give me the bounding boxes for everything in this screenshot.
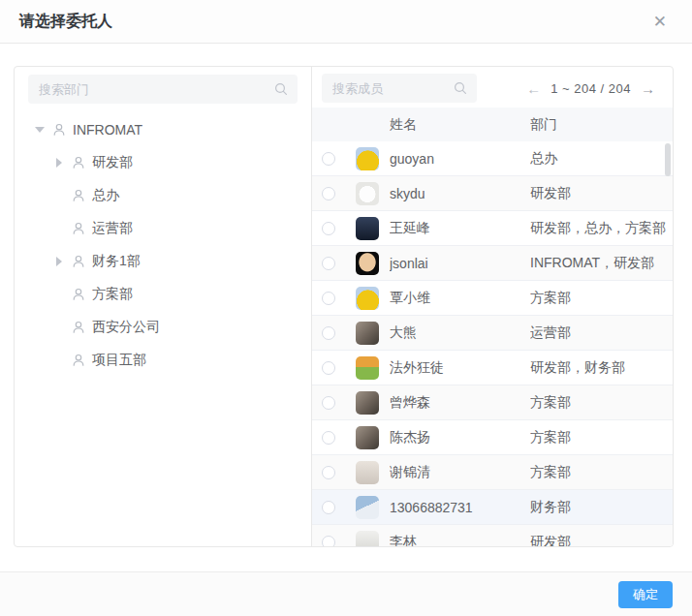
member-name: 覃小维 <box>390 290 530 307</box>
member-dept: 方案部 <box>530 429 673 447</box>
tree-item[interactable]: INFROMAT <box>28 113 298 146</box>
member-name: jsonlai <box>390 256 530 271</box>
member-dept: 总办 <box>530 150 673 168</box>
select-delegate-dialog: 请选择委托人 ✕ INFROMAT <box>0 0 692 616</box>
tree-item-label: 项目五部 <box>92 352 146 369</box>
member-dept: 方案部 <box>530 394 673 412</box>
tree-item[interactable]: 运营部 <box>28 212 298 245</box>
caret-icon <box>51 287 67 302</box>
dialog-footer: 确定 <box>0 571 692 616</box>
caret-icon <box>51 353 67 368</box>
table-row[interactable]: 法外狂徒 研发部，财务部 <box>312 351 673 385</box>
close-icon[interactable]: ✕ <box>647 10 673 34</box>
member-name: 王延峰 <box>390 220 530 237</box>
tree-item-label: 方案部 <box>92 286 133 303</box>
table-row[interactable]: 李林 研发部 <box>312 525 673 546</box>
member-name: guoyan <box>390 151 530 167</box>
confirm-button[interactable]: 确定 <box>618 581 673 608</box>
member-dept: 运营部 <box>530 324 673 342</box>
tree-item[interactable]: 总办 <box>28 179 298 212</box>
radio-button[interactable] <box>322 431 335 445</box>
tree-item[interactable]: 西安分公司 <box>28 311 298 344</box>
table-header: 姓名 部门 <box>312 108 673 141</box>
member-dept: 研发部 <box>530 185 673 202</box>
tree-item[interactable]: 项目五部 <box>28 344 298 377</box>
pagination: ← 1 ~ 204 / 204 → <box>526 81 663 96</box>
radio-button[interactable] <box>322 396 335 410</box>
radio-button[interactable] <box>322 292 335 305</box>
member-table: guoyan 总办 skydu 研发部 王延峰 研发部，总办，方案部 jsonl… <box>312 141 673 546</box>
radio-button[interactable] <box>322 152 335 166</box>
table-row[interactable]: 覃小维 方案部 <box>312 281 673 316</box>
prev-page-icon[interactable]: ← <box>526 81 541 96</box>
column-header-dept: 部门 <box>530 116 673 134</box>
radio-button[interactable] <box>322 466 335 479</box>
radio-button[interactable] <box>322 257 335 270</box>
user-icon <box>51 122 67 138</box>
dialog-title: 请选择委托人 <box>19 12 112 32</box>
search-icon <box>453 80 468 96</box>
department-search <box>28 75 298 104</box>
avatar <box>356 531 379 547</box>
member-dept: 方案部 <box>530 290 673 307</box>
avatar <box>356 391 379 415</box>
caret-icon <box>51 221 67 236</box>
user-icon <box>71 287 86 302</box>
user-icon <box>71 320 86 335</box>
radio-button[interactable] <box>322 326 335 340</box>
avatar <box>356 182 379 205</box>
member-search <box>322 74 477 103</box>
table-row[interactable]: 王延峰 研发部，总办，方案部 <box>312 211 673 246</box>
radio-button[interactable] <box>322 501 335 514</box>
table-row[interactable]: skydu 研发部 <box>312 176 673 211</box>
caret-icon[interactable] <box>32 122 47 138</box>
avatar <box>356 461 379 484</box>
department-search-input[interactable] <box>28 82 298 97</box>
member-dept: 研发部，总办，方案部 <box>530 220 673 237</box>
dialog-body: INFROMAT 研发部 总办 运营部 财务1部 <box>0 44 692 571</box>
avatar <box>356 252 379 275</box>
caret-icon[interactable] <box>51 254 67 269</box>
table-row[interactable]: jsonlai INFROMAT，研发部 <box>312 246 673 281</box>
tree-item-label: 研发部 <box>92 154 133 171</box>
avatar <box>356 287 379 310</box>
tree-item-label: 财务1部 <box>92 253 141 270</box>
avatar <box>356 217 379 240</box>
caret-icon[interactable] <box>51 155 67 170</box>
tree-item-label: 西安分公司 <box>92 319 160 336</box>
table-row[interactable]: 陈杰扬 方案部 <box>312 420 673 455</box>
member-dept: 研发部 <box>530 534 673 547</box>
member-dept: 研发部，财务部 <box>530 359 673 377</box>
user-icon <box>71 155 86 170</box>
user-icon <box>71 353 86 368</box>
tree-item[interactable]: 财务1部 <box>28 245 298 278</box>
avatar <box>356 322 379 345</box>
radio-button[interactable] <box>322 536 335 547</box>
avatar <box>356 496 379 519</box>
scrollbar-thumb[interactable] <box>665 143 671 176</box>
tree-item[interactable]: 方案部 <box>28 278 298 311</box>
next-page-icon[interactable]: → <box>641 81 655 96</box>
member-name: 谢锦清 <box>390 464 530 481</box>
table-row[interactable]: 曾烨森 方案部 <box>312 385 673 420</box>
avatar <box>356 147 379 170</box>
department-panel: INFROMAT 研发部 总办 运营部 财务1部 <box>15 67 311 546</box>
page-range: 1 ~ 204 / 204 <box>550 81 631 96</box>
member-dept: INFROMAT，研发部 <box>530 255 673 272</box>
tree-item[interactable]: 研发部 <box>28 146 298 179</box>
radio-button[interactable] <box>322 361 335 375</box>
caret-icon <box>51 188 67 203</box>
member-name: 曾烨森 <box>390 394 530 412</box>
table-row[interactable]: 13066882731 财务部 <box>312 490 673 525</box>
radio-button[interactable] <box>322 222 335 235</box>
member-toolbar: ← 1 ~ 204 / 204 → <box>312 67 673 108</box>
dialog-header: 请选择委托人 ✕ <box>0 0 692 44</box>
table-row[interactable]: 大熊 运营部 <box>312 316 673 351</box>
member-panel: ← 1 ~ 204 / 204 → 姓名 部门 guoyan 总办 skydu … <box>311 67 673 546</box>
member-dept: 财务部 <box>530 499 673 516</box>
table-row[interactable]: 谢锦清 方案部 <box>312 455 673 490</box>
user-icon <box>71 254 86 269</box>
radio-button[interactable] <box>322 187 335 200</box>
member-name: 李林 <box>390 534 530 547</box>
table-row[interactable]: guoyan 总办 <box>312 141 673 176</box>
